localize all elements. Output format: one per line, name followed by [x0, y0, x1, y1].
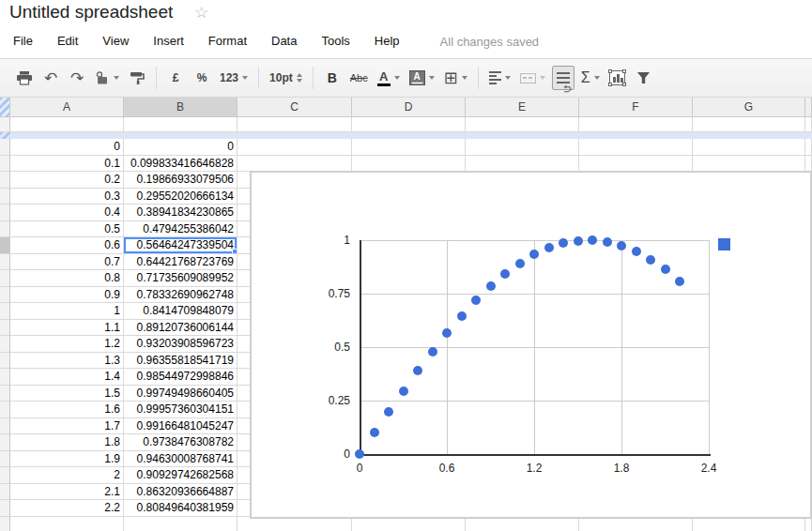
- row-header[interactable]: [0, 254, 10, 271]
- borders-button[interactable]: ⊞: [441, 66, 470, 90]
- cell[interactable]: 0.19866933079506: [124, 172, 237, 189]
- cell[interactable]: 0.9738476308782: [124, 434, 237, 451]
- row-header[interactable]: [0, 172, 10, 189]
- bold-button[interactable]: B: [321, 66, 344, 90]
- paint-format-button[interactable]: [126, 66, 148, 90]
- cell[interactable]: 1.2: [10, 336, 124, 353]
- row-header[interactable]: [0, 336, 10, 353]
- cell[interactable]: 0.1: [10, 156, 124, 173]
- cell[interactable]: 0.29552020666134: [124, 189, 237, 205]
- cell[interactable]: 0.64421768723769: [124, 254, 237, 271]
- row-header[interactable]: [0, 484, 10, 501]
- cell[interactable]: [805, 139, 812, 156]
- fill-color-button[interactable]: A: [406, 66, 437, 90]
- cell[interactable]: [579, 139, 693, 156]
- cell[interactable]: 1.5: [10, 386, 124, 402]
- cell[interactable]: [352, 139, 466, 156]
- menu-item-file[interactable]: File: [1, 30, 45, 53]
- row-header[interactable]: [0, 402, 10, 418]
- cell[interactable]: 0.6: [10, 237, 124, 254]
- row-header[interactable]: [0, 189, 10, 205]
- cell[interactable]: [237, 139, 352, 156]
- selected-cell[interactable]: 0.56464247339504: [124, 237, 237, 254]
- cell[interactable]: 0.96355818541719: [124, 353, 237, 370]
- row-header[interactable]: [0, 303, 10, 320]
- filter-button[interactable]: [633, 66, 655, 90]
- cell[interactable]: [237, 156, 352, 173]
- cell[interactable]: 1.4: [10, 369, 124, 386]
- column-header-g[interactable]: G: [693, 98, 805, 117]
- cell[interactable]: 1.8: [10, 434, 124, 451]
- cell[interactable]: 0.9: [10, 287, 124, 304]
- cell[interactable]: 0.90929742682568: [124, 467, 237, 484]
- strikethrough-button[interactable]: Abc: [347, 66, 371, 90]
- cell[interactable]: [466, 156, 579, 173]
- merge-cells-button[interactable]: [517, 66, 548, 90]
- embedded-chart[interactable]: 00.250.50.75100.61.21.82.4: [250, 171, 812, 519]
- column-header-partial[interactable]: [805, 98, 812, 117]
- paste-button[interactable]: [92, 66, 122, 90]
- row-header[interactable]: [0, 221, 10, 238]
- column-header-b[interactable]: B: [124, 98, 237, 117]
- cell[interactable]: 1.1: [10, 320, 124, 337]
- menu-item-edit[interactable]: Edit: [45, 30, 90, 53]
- font-size-button[interactable]: 10pt: [267, 66, 305, 90]
- menu-item-insert[interactable]: Insert: [141, 30, 196, 53]
- cell[interactable]: [805, 156, 812, 173]
- column-header-a[interactable]: A: [10, 98, 124, 117]
- cell[interactable]: 1.3: [10, 353, 124, 370]
- row-header[interactable]: [0, 117, 10, 132]
- cell[interactable]: 2.1: [10, 484, 124, 501]
- cell[interactable]: 0.89120736006144: [124, 320, 237, 337]
- cell[interactable]: 2.2: [10, 500, 124, 517]
- cell[interactable]: [10, 117, 124, 132]
- cell[interactable]: 1.9: [10, 451, 124, 468]
- cell[interactable]: 0.8414709848079: [124, 303, 237, 320]
- print-button[interactable]: [13, 66, 36, 90]
- cell[interactable]: 0.38941834230865: [124, 205, 237, 221]
- column-header-f[interactable]: F: [579, 98, 693, 117]
- row-header[interactable]: [0, 320, 10, 337]
- cell[interactable]: 0: [124, 139, 237, 156]
- cell[interactable]: 1: [10, 303, 124, 320]
- wrap-text-button[interactable]: ⮌: [552, 66, 575, 90]
- cell[interactable]: [237, 117, 352, 132]
- row-header[interactable]: [0, 386, 10, 402]
- cell[interactable]: [466, 139, 579, 156]
- cell[interactable]: 2: [10, 467, 124, 484]
- cell[interactable]: [693, 139, 805, 156]
- cell[interactable]: 0.78332690962748: [124, 287, 237, 304]
- fill-handle[interactable]: [232, 249, 237, 254]
- cell[interactable]: [352, 156, 466, 173]
- cell[interactable]: [466, 117, 579, 132]
- row-header[interactable]: [0, 467, 10, 484]
- cell[interactable]: 0.99166481045247: [124, 418, 237, 435]
- row-header[interactable]: [0, 156, 10, 173]
- cell[interactable]: 0.4: [10, 205, 124, 221]
- insert-chart-button[interactable]: [606, 66, 629, 90]
- cell[interactable]: [579, 117, 693, 132]
- cell[interactable]: [693, 156, 805, 173]
- row-header[interactable]: [0, 270, 10, 287]
- cell[interactable]: [693, 117, 805, 132]
- more-formats-button[interactable]: 123: [217, 66, 251, 90]
- cell[interactable]: 0.5: [10, 221, 124, 238]
- cell[interactable]: 0.8: [10, 270, 124, 287]
- star-icon[interactable]: ☆: [194, 3, 208, 23]
- menu-item-help[interactable]: Help: [362, 30, 412, 53]
- cell[interactable]: [805, 117, 812, 132]
- column-header-d[interactable]: D: [352, 98, 466, 117]
- column-header-c[interactable]: C: [237, 98, 352, 117]
- menu-item-format[interactable]: Format: [196, 30, 259, 53]
- cell[interactable]: 0.71735609089952: [124, 270, 237, 287]
- menu-item-tools[interactable]: Tools: [309, 30, 361, 53]
- row-header[interactable]: [0, 369, 10, 386]
- cell[interactable]: [352, 117, 466, 132]
- cell[interactable]: [124, 517, 237, 531]
- cell[interactable]: [10, 517, 124, 531]
- cell[interactable]: 0.2: [10, 172, 124, 189]
- row-header[interactable]: [0, 237, 10, 254]
- redo-button[interactable]: ↷: [66, 66, 88, 90]
- row-header[interactable]: [0, 517, 10, 531]
- menu-item-view[interactable]: View: [90, 30, 141, 53]
